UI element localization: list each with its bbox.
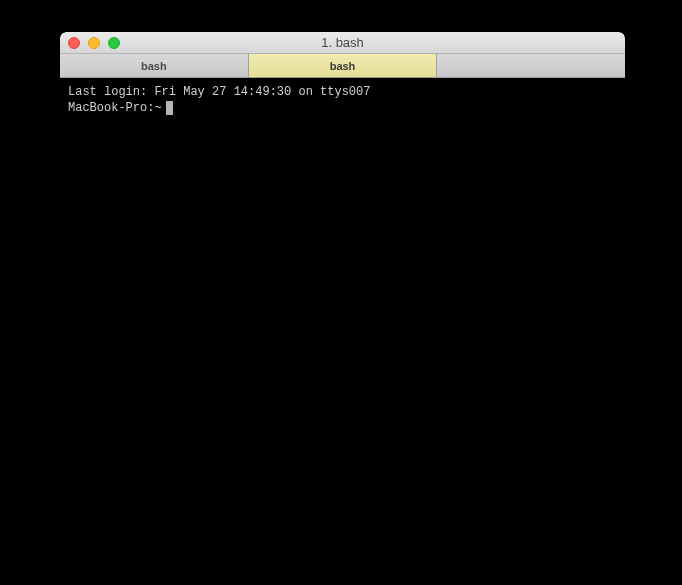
terminal-window: 1. bash bash bash Last login: Fri May 27… (60, 32, 625, 470)
tab-empty[interactable] (437, 54, 625, 77)
prompt-text: MacBook-Pro:~ (68, 100, 162, 116)
window-title: 1. bash (60, 35, 625, 50)
tab-bash-1[interactable]: bash (60, 54, 249, 77)
close-icon[interactable] (68, 37, 80, 49)
minimize-icon[interactable] (88, 37, 100, 49)
zoom-icon[interactable] (108, 37, 120, 49)
tab-bash-2[interactable]: bash (249, 54, 438, 77)
traffic-lights (60, 37, 120, 49)
last-login-line: Last login: Fri May 27 14:49:30 on ttys0… (68, 84, 617, 100)
prompt-line: MacBook-Pro:~ (68, 100, 617, 116)
tab-label: bash (330, 60, 356, 72)
cursor-icon (166, 101, 173, 115)
tab-label: bash (141, 60, 167, 72)
terminal-content[interactable]: Last login: Fri May 27 14:49:30 on ttys0… (60, 78, 625, 470)
title-bar[interactable]: 1. bash (60, 32, 625, 54)
tab-bar: bash bash (60, 54, 625, 78)
